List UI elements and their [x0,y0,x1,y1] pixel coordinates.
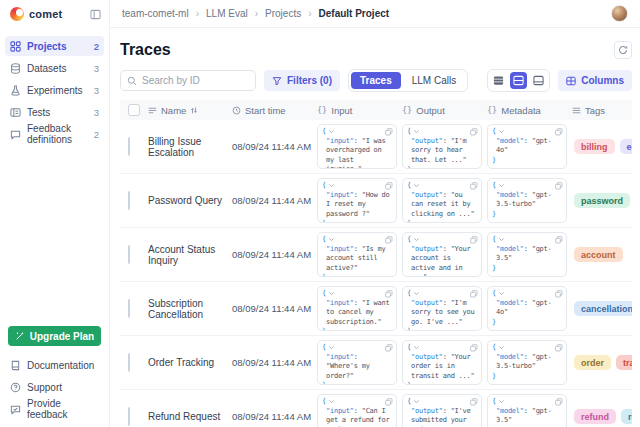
table-row[interactable]: Subscription Cancellation 08/09/24 11:44… [120,282,632,336]
row-checkbox[interactable] [128,245,130,264]
chevron-down-icon[interactable] [498,182,505,189]
copy-icon[interactable] [385,290,393,298]
search-box[interactable] [120,70,256,91]
copy-icon[interactable] [555,236,563,244]
chevron-down-icon[interactable] [498,290,505,297]
copy-icon[interactable] [470,290,478,298]
chevron-down-icon[interactable] [413,236,420,243]
wand-icon [15,331,25,341]
sidebar-collapse-icon[interactable] [90,9,101,20]
density-small-icon[interactable] [490,72,507,89]
json-preview-cell[interactable]: { "output": "ou can reset it by clicking… [402,178,482,223]
copy-icon[interactable] [555,128,563,136]
json-preview-cell[interactable]: { "output": "Your account is active and … [402,232,482,277]
json-preview-cell[interactable]: { "input": "How do I reset my password ?… [317,178,397,223]
row-checkbox[interactable] [128,137,130,156]
sidebar: Projects 2 Datasets 3 Experiments 3 [0,28,110,427]
copy-icon[interactable] [555,398,563,406]
sidebar-item-provide-feedback[interactable]: Provide feedback [5,399,104,419]
density-medium-icon[interactable] [510,72,527,89]
copy-icon[interactable] [385,236,393,244]
search-input[interactable] [142,75,249,86]
chevron-down-icon[interactable] [328,344,335,351]
chat-icon [10,129,21,140]
table-row[interactable]: Account Status Inquiry 08/09/24 11:44 AM… [120,228,632,282]
refresh-button[interactable] [614,41,632,59]
user-avatar[interactable] [611,5,628,22]
json-preview-cell[interactable]: { "output": "I'm sorry to see you go. I'… [402,286,482,331]
json-preview-cell[interactable]: { "output": "I'm sorry to hear that. Let… [402,124,482,169]
chevron-down-icon[interactable] [413,398,420,405]
chevron-down-icon[interactable] [413,290,420,297]
copy-icon[interactable] [385,128,393,136]
json-preview-cell[interactable]: { "input": "Can I get a refund for my la… [317,394,397,427]
copy-icon[interactable] [470,182,478,190]
upgrade-plan-button[interactable]: Upgrade Plan [8,326,101,346]
json-preview-cell[interactable]: { "model": "gpt-3.5" } [487,232,567,277]
table-row[interactable]: Refund Request 08/09/24 11:44 AM { "inpu… [120,390,632,427]
breadcrumb-item-project-group[interactable]: LLM Eval [206,8,248,19]
copy-icon[interactable] [470,128,478,136]
breadcrumb-item-projects[interactable]: Projects [265,8,301,19]
copy-icon[interactable] [470,344,478,352]
json-preview-cell[interactable]: { "input": "I was overcharged on my last… [317,124,397,169]
copy-icon[interactable] [470,236,478,244]
copy-icon[interactable] [385,182,393,190]
chevron-down-icon[interactable] [328,290,335,297]
copy-icon[interactable] [555,182,563,190]
row-checkbox[interactable] [128,191,130,210]
sort-icon[interactable] [190,106,198,115]
chevron-down-icon[interactable] [328,128,335,135]
copy-icon[interactable] [555,344,563,352]
feedback-icon [10,404,21,415]
row-checkbox[interactable] [128,407,130,426]
column-header-name[interactable]: Name [148,105,232,116]
json-preview-cell[interactable]: { "model": "gpt-4o" } [487,124,567,169]
json-preview-cell[interactable]: { "model": "gpt-4o" } [487,286,567,331]
density-large-icon[interactable] [530,72,547,89]
json-preview-cell[interactable]: { "model": "gpt-3.5-turbo" } [487,178,567,223]
chevron-down-icon[interactable] [498,236,505,243]
row-checkbox[interactable] [128,299,130,318]
chevron-down-icon[interactable] [413,182,420,189]
copy-icon[interactable] [470,398,478,406]
sidebar-item-projects[interactable]: Projects 2 [5,36,104,56]
sidebar-item-documentation[interactable]: Documentation [5,355,104,375]
json-preview-cell[interactable]: { "model": "gpt-3.5-turbo" } [487,340,567,385]
sidebar-item-tests[interactable]: Tests 3 [5,102,104,122]
select-all-checkbox[interactable] [128,104,140,116]
copy-icon[interactable] [555,290,563,298]
chevron-down-icon[interactable] [498,128,505,135]
chevron-down-icon[interactable] [498,344,505,351]
json-preview-cell[interactable]: { "input": "Where's my order?" } [317,340,397,385]
columns-button[interactable]: Columns [558,70,632,91]
json-preview-cell[interactable]: { "output": "Your order is in transit an… [402,340,482,385]
comet-logo[interactable]: comet [10,7,62,21]
chevron-down-icon[interactable] [328,398,335,405]
chevron-down-icon[interactable] [413,344,420,351]
json-preview-cell[interactable]: { "input": "Is my account still active?"… [317,232,397,277]
copy-icon[interactable] [385,344,393,352]
chevron-down-icon[interactable] [413,128,420,135]
sidebar-item-experiments[interactable]: Experiments 3 [5,80,104,100]
json-preview-cell[interactable]: { "input": "I want to cancel my subscrip… [317,286,397,331]
table-row[interactable]: Order Tracking 08/09/24 11:44 AM { "inpu… [120,336,632,390]
toggle-llm-calls[interactable]: LLM Calls [403,72,465,89]
chevron-down-icon[interactable] [328,182,335,189]
chevron-down-icon[interactable] [328,236,335,243]
filters-button[interactable]: Filters (0) [264,70,340,91]
json-preview-cell[interactable]: { "model": "gpt-3.5" } [487,394,567,427]
chevron-down-icon[interactable] [498,398,505,405]
sidebar-item-support[interactable]: Support [5,377,104,397]
sidebar-item-datasets[interactable]: Datasets 3 [5,58,104,78]
row-checkbox[interactable] [128,353,130,372]
table-row[interactable]: Password Query 08/09/24 11:44 AM { "inpu… [120,174,632,228]
table-header-row: Name Start time {} Input {} [120,100,632,120]
copy-icon[interactable] [385,398,393,406]
close-brace: } [322,273,393,277]
toggle-traces[interactable]: Traces [351,72,401,89]
breadcrumb-item-workspace[interactable]: team-comet-ml [122,8,189,19]
sidebar-item-feedback-definitions[interactable]: Feedback definitions 2 [5,124,104,144]
table-row[interactable]: Billing Issue Escalation 08/09/24 11:44 … [120,120,632,174]
json-preview-cell[interactable]: { "output": "I've submitted your refund … [402,394,482,427]
